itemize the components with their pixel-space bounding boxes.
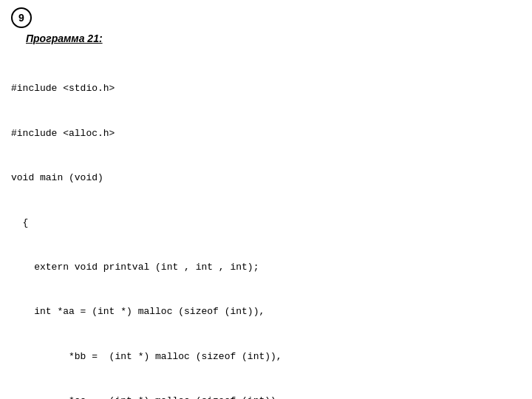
- page-number: 9: [11, 7, 32, 28]
- page-container: 9 Программа 21: #include <stdio.h> #incl…: [0, 0, 532, 399]
- code-line: *cc = (int *) malloc (sizeof (int)),: [11, 394, 521, 399]
- code-line: {: [11, 216, 521, 231]
- code-line: void main (void): [11, 171, 521, 185]
- code-line: #include <stdio.h>: [11, 81, 521, 96]
- code-line: *bb = (int *) malloc (sizeof (int)),: [11, 349, 521, 364]
- program-title: Программа 21:: [26, 33, 521, 44]
- code-block: #include <stdio.h> #include <alloc.h> vo…: [11, 52, 521, 399]
- code-line: int *aa = (int *) malloc (sizeof (int)),: [11, 304, 521, 319]
- code-line: extern void printval (int , int , int);: [11, 260, 521, 275]
- code-line: #include <alloc.h>: [11, 126, 521, 141]
